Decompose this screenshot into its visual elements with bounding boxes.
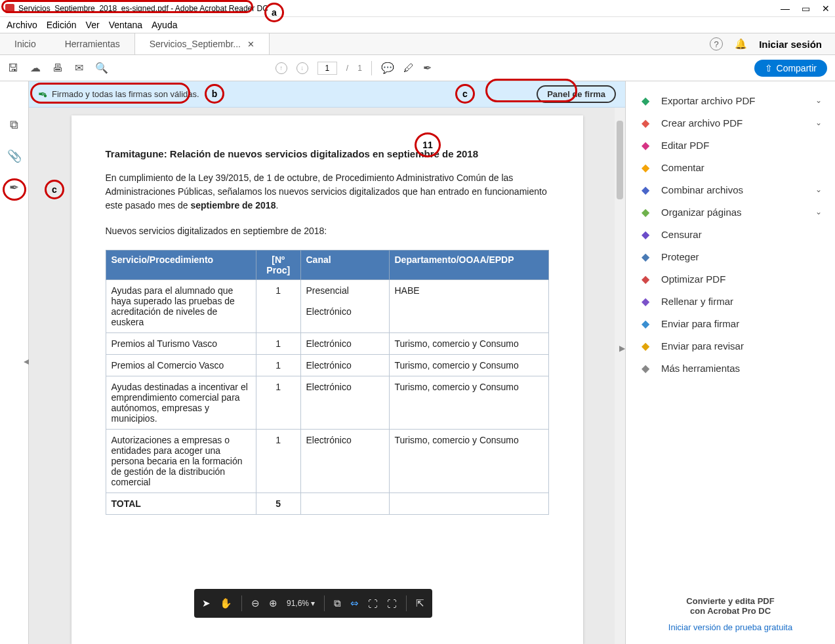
tool-label: Rellenar y firmar — [661, 296, 733, 307]
print-icon[interactable]: 🖶 — [52, 62, 63, 74]
fullscreen-icon[interactable]: ⛶ — [387, 598, 397, 609]
tool-icon: ◆ — [639, 206, 652, 218]
tool-icon: ◆ — [639, 340, 652, 352]
cell-dep: Turismo, comercio y Consumo — [389, 355, 548, 376]
tool-icon: ◆ — [639, 161, 652, 173]
tool-item[interactable]: ◆Enviar para revisar — [626, 334, 835, 357]
table-row: Ayudas destinadas a incentivar el empren… — [106, 376, 548, 430]
bell-icon[interactable]: 🔔 — [735, 38, 747, 50]
tool-item[interactable]: ◆Proteger — [626, 245, 835, 268]
tab-inicio[interactable]: Inicio — [0, 33, 51, 54]
cell-total-n: 5 — [256, 493, 301, 515]
tool-item[interactable]: ◆Editar PDF — [626, 134, 835, 156]
table-row: Autorizaciones a empresas o entidades pa… — [106, 430, 548, 493]
chevron-down-icon: ⌄ — [815, 96, 822, 105]
promo-line2: con Acrobat Pro DC — [690, 606, 771, 616]
right-panel-collapse-icon[interactable]: ▶ — [619, 344, 625, 353]
doc-para2: Nuevos servicios digitalizados en septie… — [106, 224, 549, 238]
thumbnails-icon[interactable]: ⧉ — [10, 118, 18, 132]
tool-item[interactable]: ◆Organizar páginas⌄ — [626, 201, 835, 223]
zoom-level[interactable]: 91,6% ▾ — [287, 599, 315, 608]
tab-herramientas[interactable]: Herramientas — [51, 33, 134, 54]
read-mode-icon[interactable]: ⇱ — [416, 597, 424, 609]
fit-page-icon[interactable]: ⧉ — [334, 597, 341, 609]
doc-table: Servicio/Procedimiento [Nº Proc] Canal D… — [106, 250, 549, 515]
menu-archivo[interactable]: Archivo — [7, 20, 37, 30]
tool-icon: ◆ — [639, 273, 652, 285]
scrollbar-thumb[interactable] — [617, 121, 623, 199]
separator — [371, 61, 372, 75]
window-close-icon[interactable]: ✕ — [822, 3, 830, 14]
save-icon[interactable]: 🖫 — [8, 62, 18, 74]
tab-document[interactable]: Servicios_Septiembr... ✕ — [134, 33, 270, 54]
chevron-down-icon: ⌄ — [815, 118, 822, 127]
cloud-icon[interactable]: ☁ — [30, 62, 41, 74]
tool-icon: ◆ — [639, 317, 652, 329]
tool-item[interactable]: ◆Comentar — [626, 156, 835, 178]
menu-ayuda[interactable]: Ayuda — [152, 20, 177, 30]
pdf-page: Tramitagune: Relación de nuevos servicio… — [71, 115, 583, 644]
signature-panel-button[interactable]: Panel de firma — [537, 85, 616, 103]
hand-tool-icon[interactable]: ✋ — [220, 597, 232, 609]
cell-canal: Electrónico — [300, 376, 389, 430]
signature-valid-icon: ✒● — [38, 88, 47, 100]
separator — [406, 595, 407, 611]
cell-canal: PresencialElectrónico — [300, 280, 389, 333]
tool-icon: ◆ — [639, 295, 652, 307]
page-up-icon[interactable]: ↑ — [275, 62, 287, 74]
tool-item[interactable]: ◆Enviar para firmar — [626, 312, 835, 334]
tool-item[interactable]: ◆Crear archivo PDF⌄ — [626, 111, 835, 134]
tool-label: Censurar — [661, 229, 702, 240]
tool-item[interactable]: ◆Combinar archivos⌄ — [626, 178, 835, 201]
sign-icon[interactable]: ✒ — [423, 62, 432, 74]
page-toolbar: ➤ ✋ ⊖ ⊕ 91,6% ▾ ⧉ ⇔ ⛶ ⛶ ⇱ — [194, 589, 432, 618]
cell-servicio: Autorizaciones a empresas o entidades pa… — [106, 430, 256, 493]
window-title: Servicios_Septiembre_2018_es-signed.pdf … — [18, 4, 268, 13]
fit-visible-icon[interactable]: ⛶ — [368, 598, 378, 609]
window-minimize-icon[interactable]: — — [781, 3, 790, 14]
tool-label: Exportar archivo PDF — [661, 95, 755, 106]
fit-width-icon[interactable]: ⇔ — [350, 597, 359, 609]
app-icon — [5, 4, 14, 13]
email-icon[interactable]: ✉ — [75, 62, 83, 74]
cell-canal: Electrónico — [300, 333, 389, 355]
tool-item[interactable]: ◆Rellenar y firmar — [626, 290, 835, 312]
signin-button[interactable]: Iniciar sesión — [759, 39, 822, 50]
chevron-down-icon: ⌄ — [815, 185, 822, 194]
attachments-icon[interactable]: 📎 — [7, 149, 22, 163]
tool-item[interactable]: ◆Optimizar PDF — [626, 268, 835, 290]
zoom-out-icon[interactable]: ⊖ — [251, 597, 260, 609]
cell-dep: Turismo, comercio y Consumo — [389, 333, 548, 355]
doc-title: Tramitagune: Relación de nuevos servicio… — [106, 148, 549, 159]
zoom-in-icon[interactable]: ⊕ — [269, 597, 277, 609]
highlight-icon[interactable]: 🖊 — [403, 62, 414, 74]
share-button[interactable]: ⇧ Compartir — [754, 60, 827, 77]
menu-edicion[interactable]: Edición — [47, 20, 77, 30]
th-nproc: [Nº Proc] — [256, 251, 301, 280]
search-icon[interactable]: 🔍 — [95, 62, 108, 74]
promo-link[interactable]: Iniciar versión de prueba gratuita — [632, 622, 828, 632]
cell-servicio: Premios al Turismo Vasco — [106, 333, 256, 355]
selection-tool-icon[interactable]: ➤ — [202, 597, 211, 609]
page-total: 1 — [357, 64, 362, 73]
help-icon[interactable]: ? — [710, 37, 723, 50]
tool-label: Organizar páginas — [661, 207, 742, 218]
page-down-icon[interactable]: ↓ — [296, 62, 308, 74]
tool-label: Comentar — [661, 162, 704, 173]
table-row: Ayudas para el alumnado que haya superad… — [106, 280, 548, 333]
menu-ver[interactable]: Ver — [86, 20, 100, 30]
tool-label: Editar PDF — [661, 140, 709, 151]
scrollbar[interactable] — [615, 108, 625, 644]
tool-item[interactable]: ◆Más herramientas — [626, 357, 835, 379]
tab-close-icon[interactable]: ✕ — [247, 39, 255, 49]
tool-item[interactable]: ◆Censurar — [626, 223, 835, 245]
th-canal: Canal — [300, 251, 389, 280]
page-current-input[interactable] — [317, 62, 337, 75]
window-restore-icon[interactable]: ▭ — [802, 3, 810, 14]
cell-dep: Turismo, comercio y Consumo — [389, 376, 548, 430]
signatures-icon[interactable]: ✒ — [9, 180, 19, 195]
menu-ventana[interactable]: Ventana — [109, 20, 142, 30]
tool-item[interactable]: ◆Exportar archivo PDF⌄ — [626, 89, 835, 111]
comment-icon[interactable]: 💬 — [381, 62, 394, 74]
th-servicio: Servicio/Procedimiento — [106, 251, 256, 280]
